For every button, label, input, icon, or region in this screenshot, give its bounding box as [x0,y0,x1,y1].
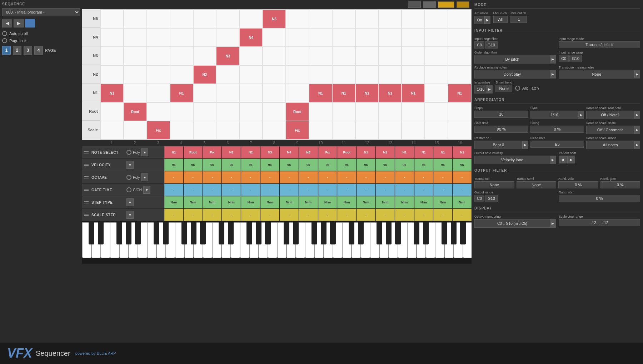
grid-cell[interactable] [193,47,216,65]
lane-handle[interactable] [84,151,89,153]
grid-cell[interactable] [332,121,355,140]
gate-time-cell-2[interactable]: - [184,184,203,196]
grid-cell-root-9[interactable]: Root [286,102,309,121]
oct-numbering-value[interactable]: C0 .. G10 (mid C5) ▶ [474,219,556,228]
gate-time-cell-9[interactable]: - [318,184,337,196]
grid-cell[interactable] [263,121,286,140]
scale-step-cell-7[interactable]: - [280,209,299,221]
grid-cell[interactable] [355,47,379,65]
gate-time-arp-value[interactable]: 90 % [474,126,528,133]
note-select-cell-12[interactable]: N1 [376,146,395,158]
piano-black-key-2-1[interactable] [228,222,234,244]
prev-button[interactable]: ◀ [2,19,12,27]
octave-cell-9[interactable]: - [318,171,337,183]
note-select-cell-5[interactable]: N2 [241,146,260,158]
piano-black-key-3-1[interactable] [293,222,299,244]
step-type-cell-5[interactable]: Nrm [241,196,260,208]
header-rect-2[interactable] [423,1,436,8]
piano-black-key-1-5[interactable] [200,222,206,244]
grid-cell[interactable] [448,65,471,84]
octave-cell-6[interactable]: - [260,171,279,183]
grid-cell[interactable] [100,121,124,140]
grid-cell[interactable] [425,84,448,102]
velocity-cell-16[interactable]: 96 [453,159,472,171]
grid-cell[interactable] [332,28,355,47]
grid-cell[interactable] [193,121,216,140]
grid-cell[interactable] [170,121,193,140]
grid-cell[interactable] [332,47,355,65]
gate-time-cell-11[interactable]: - [357,184,375,196]
grid-cell[interactable] [286,65,309,84]
scale-step-cell-1[interactable]: - [164,209,183,221]
grid-cell-n1-4[interactable]: N1 [170,84,193,102]
next-button[interactable]: ▶ [14,19,24,27]
piano-black-key-3-3[interactable] [311,222,317,244]
grid-cell[interactable] [239,10,263,28]
scale-step-cell-13[interactable]: - [395,209,414,221]
sync-value[interactable]: 1/16 ▶ [530,111,584,119]
grid-cell[interactable] [216,121,239,140]
grid-cell[interactable] [263,65,286,84]
step-type-dropdown-btn[interactable]: ▼ [126,198,134,206]
grid-cell[interactable] [147,10,170,28]
grid-cell[interactable] [402,102,425,121]
rand-gate-value[interactable]: 0 % [600,181,640,188]
step-type-cell-12[interactable]: Nrm [376,196,395,208]
lane-handle[interactable] [84,164,89,166]
input-range-to[interactable]: G10 [485,41,498,49]
grid-cell[interactable] [379,102,402,121]
grid-cell[interactable] [309,47,332,65]
piano-black-key-0-1[interactable] [98,222,104,244]
smart-bend-value[interactable]: None [495,85,512,92]
grid-cell[interactable] [216,65,239,84]
gate-time-cell-5[interactable]: - [241,184,260,196]
grid-cell[interactable] [309,102,332,121]
piano-black-key-3-4[interactable] [321,222,327,244]
grid-cell[interactable] [263,102,286,121]
input-range-mode-value[interactable]: Truncate / default [559,41,640,48]
grid-cell[interactable] [425,121,448,140]
step-type-cell-4[interactable]: Nrm [222,196,241,208]
grid-cell[interactable] [100,10,124,28]
grid-cell[interactable] [216,102,239,121]
grid-cell[interactable] [100,47,124,65]
transpose-missing-arrow[interactable]: ▶ [634,70,640,78]
octave-cell-2[interactable]: - [184,171,203,183]
velocity-cell-4[interactable]: 96 [222,159,241,171]
midi-out-value[interactable]: 1 [510,16,527,23]
piano-black-key-4-1[interactable] [358,222,364,244]
grid-cell[interactable] [124,28,147,47]
piano-black-key-2-4[interactable] [256,222,261,244]
step-type-cell-10[interactable]: Nrm [337,196,356,208]
piano-black-key-0-0[interactable] [89,222,94,244]
midi-in-value[interactable]: All [493,16,508,23]
grid-cell[interactable] [402,10,425,28]
piano-black-key-5-0[interactable] [414,222,419,244]
note-select-cell-6[interactable]: N3 [260,146,279,158]
grid-cell[interactable] [170,47,193,65]
grid-cell[interactable] [216,28,239,47]
shift-left-button[interactable]: ◀ [559,156,567,163]
grid-cell[interactable] [425,10,448,28]
piano-black-key-5-4[interactable] [451,222,457,244]
scale-step-cell-5[interactable]: - [241,209,260,221]
grid-cell[interactable] [332,10,355,28]
grid-cell-n5-8[interactable]: N5 [263,10,286,28]
force-scale-arrow[interactable]: ▶ [634,126,640,134]
grid-cell[interactable] [216,10,239,28]
note-select-cell-10[interactable]: Root [337,146,356,158]
grid-cell[interactable] [425,47,448,65]
grid-cell[interactable] [332,102,355,121]
grid-cell[interactable] [355,10,379,28]
force-mode-value[interactable]: All notes ▶ [586,141,640,149]
scale-step-cell-9[interactable]: - [318,209,337,221]
scale-step-cell-4[interactable]: - [222,209,241,221]
step-type-cell-15[interactable]: Nrm [433,196,452,208]
note-select-cell-14[interactable]: N1 [414,146,433,158]
grid-cell[interactable] [100,28,124,47]
force-mode-arrow[interactable]: ▶ [634,141,640,149]
octave-cell-12[interactable]: - [376,171,395,183]
grid-cell[interactable] [193,10,216,28]
scale-step-cell-12[interactable]: - [376,209,395,221]
note-select-cell-9[interactable]: Fix [318,146,337,158]
